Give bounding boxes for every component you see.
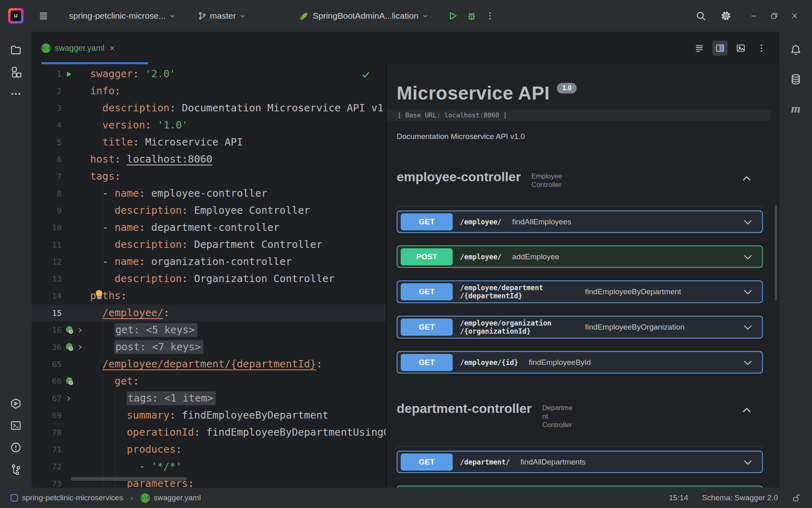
- section-header-department-controller[interactable]: department-controllerDepartme nt Control…: [397, 401, 780, 429]
- maximize-window-button[interactable]: [764, 8, 784, 24]
- breadcrumb[interactable]: spring-petclinic-microservices › swagger…: [11, 493, 201, 503]
- close-tab-icon[interactable]: [108, 44, 116, 52]
- code-line-3[interactable]: 3 description: Documentation Microservic…: [32, 100, 386, 117]
- code-line-1[interactable]: 1swagger: '2.0': [32, 65, 386, 82]
- line-number: 73: [32, 479, 62, 488]
- endpoint-row-partial[interactable]: [397, 486, 763, 488]
- expand-endpoint-chevron-icon[interactable]: [742, 456, 754, 468]
- minimize-window-button[interactable]: [744, 8, 764, 24]
- code-line-11[interactable]: 11 description: Department Controller: [32, 236, 386, 253]
- editor-more-options-button[interactable]: [754, 41, 769, 56]
- code-line-13[interactable]: 13 description: Organization Controller: [32, 270, 386, 287]
- maven-tool-button[interactable]: m: [791, 97, 800, 120]
- http-endpoint-globe-icon[interactable]: [65, 343, 74, 352]
- endpoint-row-get-findEmployeeById[interactable]: GET/employee/{id}findEmployeeById: [397, 351, 763, 373]
- code-line-2[interactable]: 2info:: [32, 82, 386, 100]
- code-line-6[interactable]: 6host: localhost:8060: [32, 151, 386, 168]
- code-line-8[interactable]: 8 - name: employee-controller: [32, 185, 386, 202]
- breadcrumb-project[interactable]: spring-petclinic-microservices: [22, 493, 123, 502]
- code-line-72[interactable]: 72 - '*/*': [32, 458, 386, 475]
- gutter: 13: [32, 270, 90, 287]
- editor-horizontal-scrollbar[interactable]: [71, 477, 187, 481]
- schema-selector[interactable]: Schema: Swagger 2.0: [702, 493, 778, 502]
- debug-button[interactable]: [462, 7, 481, 25]
- code-line-5[interactable]: 5 title: Microservice API: [32, 134, 386, 151]
- code-line-69[interactable]: 69 summary: findEmployeeByDepartment: [32, 407, 386, 424]
- endpoint-row-get-findAllDepartments[interactable]: GET/department/findAllDepartments: [397, 451, 763, 473]
- gutter: 15: [32, 304, 90, 321]
- code-text: - name: department-controller: [90, 219, 386, 236]
- endpoint-row-get-findAllEmployees[interactable]: GET/employee/findAllEmployees: [397, 211, 763, 233]
- fold-chevron-icon[interactable]: [76, 327, 83, 334]
- fold-chevron-icon[interactable]: [65, 395, 72, 402]
- code-line-15[interactable]: 15 /employee/:: [32, 304, 386, 321]
- close-window-button[interactable]: [784, 8, 805, 24]
- endpoint-row-get-findEmployeeByOrganization[interactable]: GET/employee/organization/{organizationI…: [397, 316, 763, 339]
- run-line-icon[interactable]: [65, 70, 73, 78]
- expand-endpoint-chevron-icon[interactable]: [742, 286, 754, 298]
- intention-lightbulb-icon[interactable]: [93, 289, 105, 300]
- project-name: spring-petclinic-microse...: [69, 11, 166, 21]
- structure-tool-button[interactable]: [10, 61, 22, 83]
- problems-tool-button[interactable]: [10, 436, 22, 458]
- terminal-tool-button[interactable]: [10, 415, 22, 436]
- expand-endpoint-chevron-icon[interactable]: [742, 216, 754, 228]
- git-tool-button[interactable]: [10, 458, 22, 480]
- gutter: 14: [32, 287, 90, 304]
- gutter: 67: [32, 390, 90, 407]
- code-line-70[interactable]: 70 operationId: findEmployeeByDepartment…: [32, 424, 386, 441]
- collapse-section-chevron-icon[interactable]: [741, 404, 753, 417]
- code-line-67[interactable]: 67 tags: <1 item>: [32, 390, 386, 407]
- view-editor-only-button[interactable]: [692, 41, 707, 56]
- expand-endpoint-chevron-icon[interactable]: [742, 251, 754, 263]
- inspections-ok-icon[interactable]: [361, 69, 371, 80]
- view-editor-and-preview-button[interactable]: [713, 41, 728, 56]
- view-preview-only-button[interactable]: [733, 41, 748, 56]
- indent-guide: [103, 321, 103, 356]
- collapse-section-chevron-icon[interactable]: [741, 173, 753, 185]
- api-description: Documentation Microservice API v1.0: [397, 132, 780, 141]
- expand-endpoint-chevron-icon[interactable]: [742, 356, 754, 369]
- openapi-file-icon: [140, 493, 150, 503]
- services-tool-button[interactable]: [10, 393, 22, 415]
- http-endpoint-globe-icon[interactable]: [65, 377, 74, 386]
- notifications-button[interactable]: [790, 39, 802, 61]
- project-tool-button[interactable]: [10, 39, 22, 61]
- code-text: paths:: [90, 287, 386, 304]
- code-editor[interactable]: 1swagger: '2.0'2info:3 description: Docu…: [32, 64, 387, 488]
- unlock-icon[interactable]: [792, 493, 801, 503]
- search-everywhere-button[interactable]: [691, 7, 710, 25]
- expand-endpoint-chevron-icon[interactable]: [742, 321, 754, 333]
- tab-swagger-yaml[interactable]: swagger.yaml: [34, 32, 123, 64]
- fold-chevron-icon[interactable]: [76, 344, 83, 351]
- more-tool-windows-button[interactable]: [10, 83, 22, 105]
- endpoint-row-get-findEmployeeByDepartment[interactable]: GET/employee/department/{departmentId}fi…: [397, 280, 763, 303]
- endpoint-row-post-addEmployee[interactable]: POST/employee/addEmployee: [397, 245, 763, 268]
- preview-scrollbar[interactable]: [775, 205, 777, 301]
- database-tool-button[interactable]: [790, 68, 802, 90]
- code-line-16[interactable]: 16 get: <5 keys>: [32, 321, 386, 339]
- code-line-14[interactable]: 14paths:: [32, 287, 386, 304]
- settings-button[interactable]: [716, 7, 736, 25]
- code-line-9[interactable]: 9 description: Employee Controller: [32, 202, 386, 219]
- code-line-66[interactable]: 66 get:: [32, 373, 386, 390]
- run-configuration-selector[interactable]: SpringBootAdminA...lication: [295, 7, 432, 24]
- code-line-10[interactable]: 10 - name: department-controller: [32, 219, 386, 236]
- code-line-36[interactable]: 36 post: <7 keys>: [32, 339, 386, 356]
- code-line-4[interactable]: 4 version: '1.0': [32, 117, 386, 134]
- breadcrumb-file[interactable]: swagger.yaml: [154, 493, 201, 502]
- code-line-7[interactable]: 7tags:: [32, 168, 386, 185]
- project-selector[interactable]: spring-petclinic-microse...: [65, 8, 180, 24]
- section-description: Employee Controller: [531, 172, 562, 189]
- http-endpoint-globe-icon[interactable]: [65, 326, 74, 335]
- more-actions-button[interactable]: [481, 8, 499, 24]
- code-line-71[interactable]: 71 produces:: [32, 441, 386, 458]
- run-button[interactable]: [443, 7, 462, 24]
- endpoint-path: /employee/: [460, 218, 501, 226]
- line-number: 13: [32, 274, 62, 284]
- code-line-12[interactable]: 12 - name: organization-controller: [32, 253, 386, 270]
- code-line-65[interactable]: 65 /employee/department/{departmentId}:: [32, 356, 386, 373]
- branch-selector[interactable]: master: [194, 8, 250, 24]
- section-header-employee-controller[interactable]: employee-controllerEmployee Controller: [397, 169, 780, 189]
- main-menu-button[interactable]: [34, 7, 53, 24]
